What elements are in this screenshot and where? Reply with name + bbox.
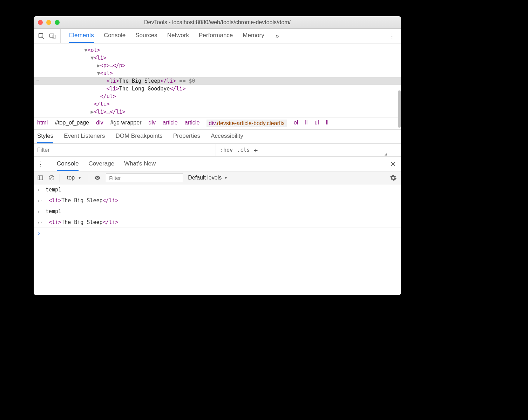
styles-tab-listeners[interactable]: Event Listeners <box>64 130 105 143</box>
chevron-left-icon: ‹· <box>37 220 42 225</box>
titlebar: DevTools - localhost:8080/web/tools/chro… <box>34 16 401 29</box>
dom-node-ul-close[interactable]: </ul> <box>34 93 401 100</box>
dom-node-ol[interactable]: ▼<ol> <box>34 46 401 54</box>
devtools-window: DevTools - localhost:8080/web/tools/chro… <box>34 16 401 295</box>
chevron-right-icon: › <box>37 209 42 214</box>
styles-tab-props[interactable]: Properties <box>173 130 200 143</box>
styles-tab-styles[interactable]: Styles <box>37 130 53 143</box>
hov-button[interactable]: :hov <box>220 147 233 153</box>
context-value: top <box>67 175 75 181</box>
tab-performance[interactable]: Performance <box>199 29 233 43</box>
svg-line-6 <box>50 176 53 179</box>
drawer-menu-icon[interactable]: ⋮ <box>37 160 44 168</box>
separator <box>89 174 89 182</box>
styles-filter-row: :hov .cls + ◢ <box>34 143 401 157</box>
console-sidebar-toggle-icon[interactable] <box>37 175 43 181</box>
console-settings-icon[interactable] <box>390 174 397 181</box>
toolbar-icons <box>38 29 61 43</box>
svg-rect-3 <box>38 176 43 180</box>
tab-memory[interactable]: Memory <box>243 29 264 43</box>
chevron-right-icon: › <box>37 187 42 192</box>
dom-node-li-long[interactable]: <li>The Long Goodbye</li> <box>34 85 401 93</box>
console-prompt-row[interactable]: › <box>34 228 401 239</box>
styles-filter-input[interactable] <box>34 144 216 156</box>
tab-network[interactable]: Network <box>167 29 189 43</box>
zoom-window[interactable] <box>55 20 60 25</box>
context-selector[interactable]: top ▼ <box>65 175 84 181</box>
styles-filter-buttons: :hov .cls + ◢ <box>216 144 262 156</box>
log-levels-selector[interactable]: Default levels ▼ <box>188 175 228 181</box>
crumb-gc-wrapper[interactable]: #gc-wrapper <box>110 120 142 127</box>
crumb-li2[interactable]: li <box>326 120 329 127</box>
drawer-tab-whatsnew[interactable]: What's New <box>124 157 156 171</box>
svg-rect-1 <box>50 34 54 37</box>
crumb-div2[interactable]: div <box>149 120 156 127</box>
dom-node-p[interactable]: ▶<p>…</p> <box>34 62 401 69</box>
separator <box>60 174 60 182</box>
crumb-article1[interactable]: article <box>163 120 178 127</box>
svg-rect-2 <box>53 35 55 39</box>
breadcrumb: html #top_of_page div #gc-wrapper div ar… <box>34 117 401 129</box>
minimize-window[interactable] <box>46 20 51 25</box>
styles-tab-a11y[interactable]: Accessibility <box>211 130 243 143</box>
drawer-tab-console[interactable]: Console <box>57 157 79 171</box>
drawer-tab-coverage[interactable]: Coverage <box>88 157 114 171</box>
drawer: ⋮ Console Coverage What's New ✕ top ▼ De… <box>34 157 401 295</box>
tab-console[interactable]: Console <box>104 29 126 43</box>
styles-pane-tabs: Styles Event Listeners DOM Breakpoints P… <box>34 129 401 143</box>
dom-tree[interactable]: ▼<ol> ▼<li> ▶<p>…</p> ▼<ul> ⋯ <li>The Bi… <box>34 43 401 117</box>
crumb-article2[interactable]: article <box>185 120 200 127</box>
console-output-text: <li>The Big Sleep</li> <box>46 219 119 225</box>
tab-sources[interactable]: Sources <box>135 29 157 43</box>
caret-down-icon: ▼ <box>224 175 228 180</box>
styles-tab-dom-bp[interactable]: DOM Breakpoints <box>115 130 162 143</box>
crumb-li1[interactable]: li <box>305 120 307 127</box>
dom-node-li-close[interactable]: </li> <box>34 100 401 108</box>
console-input-row[interactable]: › temp1 <box>34 206 401 217</box>
crumb-html[interactable]: html <box>37 120 48 127</box>
svg-point-7 <box>97 177 98 178</box>
crumb-ol[interactable]: ol <box>294 120 298 127</box>
dom-node-ul[interactable]: ▼<ul> <box>34 69 401 77</box>
main-menu-icon[interactable]: ⋮ <box>388 32 395 40</box>
crumb-ul[interactable]: ul <box>314 120 319 127</box>
new-style-rule-icon[interactable]: + <box>254 147 258 154</box>
tab-list: Elements Console Sources Network Perform… <box>69 29 264 43</box>
expand-hint-icon[interactable]: ◢ <box>385 151 387 156</box>
traffic-lights <box>38 20 60 25</box>
crumb-div-devsite[interactable]: div.devsite-article-body.clearfix <box>207 120 286 127</box>
tabs-overflow-icon[interactable]: » <box>276 32 279 40</box>
console-toolbar: top ▼ Default levels ▼ <box>34 171 401 184</box>
scrollbar-thumb[interactable] <box>398 90 401 128</box>
crumb-top-of-page[interactable]: #top_of_page <box>55 120 89 127</box>
dom-node-li2[interactable]: ▶<li>…</li> <box>34 108 401 116</box>
console-filter-input[interactable] <box>106 173 183 182</box>
cls-button[interactable]: .cls <box>237 147 250 153</box>
chevron-right-icon: › <box>37 230 42 237</box>
console-output-row[interactable]: ‹· <li>The Big Sleep</li> <box>34 195 401 206</box>
console-output-row[interactable]: ‹· <li>The Big Sleep</li> <box>34 217 401 228</box>
live-expression-icon[interactable] <box>94 174 101 181</box>
drawer-tabs: ⋮ Console Coverage What's New ✕ <box>34 157 401 171</box>
main-tabs: Elements Console Sources Network Perform… <box>34 29 401 43</box>
console-output-text: <li>The Big Sleep</li> <box>46 197 119 204</box>
console-input-text: temp1 <box>46 208 61 215</box>
levels-label: Default levels <box>188 175 222 181</box>
console-input-row[interactable]: › temp1 <box>34 184 401 195</box>
crumb-div1[interactable]: div <box>96 120 103 127</box>
caret-down-icon: ▼ <box>77 175 82 180</box>
clear-console-icon[interactable] <box>48 175 55 181</box>
dom-node-li[interactable]: ▼<li> <box>34 54 401 62</box>
dom-node-selected[interactable]: ⋯ <li>The Big Sleep</li> == $0 <box>34 77 401 85</box>
device-toggle-icon[interactable] <box>49 33 56 40</box>
console-input-text: temp1 <box>46 187 61 193</box>
tab-elements[interactable]: Elements <box>69 29 94 43</box>
chevron-left-icon: ‹· <box>37 198 42 203</box>
inspect-icon[interactable] <box>38 33 45 40</box>
window-title: DevTools - localhost:8080/web/tools/chro… <box>144 19 291 26</box>
close-window[interactable] <box>38 20 43 25</box>
console-body[interactable]: › temp1 ‹· <li>The Big Sleep</li> › temp… <box>34 184 401 295</box>
ellipsis-icon[interactable]: ⋯ <box>36 78 39 83</box>
drawer-close-icon[interactable]: ✕ <box>390 160 396 168</box>
